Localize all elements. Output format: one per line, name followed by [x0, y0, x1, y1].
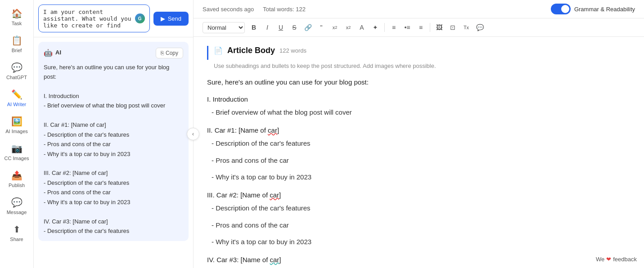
sidebar-item-task[interactable]: 🏠 Task	[2, 4, 32, 30]
format-select[interactable]: Normal Heading 1 Heading 2	[203, 22, 245, 33]
clear-format-button[interactable]: Tx	[460, 21, 473, 34]
robot-icon: 🤖	[44, 47, 53, 59]
section-car3: IV. Car #3: [Name of car] - Description …	[207, 254, 630, 268]
intro-paragraph: Sure, here's an outline you can use for …	[207, 76, 630, 88]
ordered-list-button[interactable]: ≡	[387, 21, 400, 34]
underline-button[interactable]: U	[275, 21, 287, 34]
section-introduction: I. Introduction - Brief overview of what…	[207, 94, 630, 118]
section-car1: II. Car #1: [Name of car] - Description …	[207, 125, 630, 183]
chat-input-wrapper: I am your content assistant. What would …	[38, 4, 150, 32]
ai-images-icon: 🖼️	[11, 116, 23, 127]
align-button[interactable]: ≡	[414, 21, 427, 34]
heart-icon: ❤	[606, 256, 611, 263]
collapse-panel-button[interactable]: ‹	[187, 128, 199, 140]
sidebar-item-cc-images[interactable]: 📷 CC Images	[2, 139, 32, 165]
subscript-button[interactable]: x2	[329, 21, 341, 34]
ai-message: 🤖 AI ⎘ Copy Sure, here's an outline you …	[38, 42, 189, 241]
article-body-header: 📄 Article Body 122 words	[207, 46, 630, 60]
copy-button[interactable]: ⎘ Copy	[156, 48, 183, 58]
sidebar-item-share[interactable]: ⬆ Share	[2, 220, 32, 246]
embed-button[interactable]: ⊡	[446, 21, 459, 34]
ai-header: 🤖 AI ⎘ Copy	[44, 47, 183, 59]
editor-text-body[interactable]: Sure, here's an outline you can use for …	[207, 76, 630, 268]
sidebar-item-label: CC Images	[4, 156, 29, 161]
chatgpt-icon: 💬	[11, 62, 23, 73]
send-arrow-icon: ▶	[161, 15, 165, 22]
sidebar-item-label: Message	[7, 210, 27, 215]
sidebar-item-message[interactable]: 💬 Message	[2, 193, 32, 219]
copy-icon: ⎘	[161, 50, 164, 56]
sidebar-item-chatgpt[interactable]: 💬 ChatGPT	[2, 58, 32, 84]
grammar-toggle-switch[interactable]	[551, 4, 571, 14]
gemini-icon: G	[135, 13, 145, 23]
strikethrough-button[interactable]: S	[288, 21, 301, 34]
sidebar-item-ai-images[interactable]: 🖼️ AI Images	[2, 112, 32, 138]
publish-icon: 📤	[11, 170, 23, 181]
sidebar-item-label: AI Writer	[7, 102, 27, 107]
car-underline-3: car	[270, 256, 279, 264]
car-underline-1: car	[268, 126, 277, 134]
article-body-title: Article Body	[227, 46, 275, 55]
toolbar-separator-1	[384, 23, 385, 32]
sidebar-item-label: AI Images	[5, 129, 28, 134]
comment-button[interactable]: 💬	[473, 21, 486, 34]
sidebar-item-label: Task	[12, 21, 22, 26]
sidebar-item-label: Publish	[9, 183, 25, 188]
chat-input[interactable]: I am your content assistant. What would …	[43, 9, 132, 28]
message-icon: 💬	[11, 197, 23, 208]
chat-panel: I am your content assistant. What would …	[34, 0, 194, 268]
word-count: Total words: 122	[263, 6, 306, 13]
quote-button[interactable]: "	[315, 21, 328, 34]
sidebar-item-publish[interactable]: 📤 Publish	[2, 166, 32, 192]
ai-label: 🤖 AI	[44, 47, 61, 59]
task-icon: 🏠	[11, 8, 23, 19]
brief-icon: 📋	[11, 35, 23, 46]
chat-input-area: I am your content assistant. What would …	[34, 0, 193, 37]
ai-writer-icon: ✏️	[11, 89, 23, 100]
ai-message-body: Sure, here's an outline you can use for …	[44, 63, 183, 236]
section-car2: III. Car #2: [Name of car] - Description…	[207, 189, 630, 248]
link-button[interactable]: 🔗	[302, 21, 314, 34]
unordered-list-button[interactable]: •≡	[401, 21, 414, 34]
bold-button[interactable]: B	[248, 21, 260, 34]
grammar-label: Grammar & Readability	[574, 6, 635, 13]
editor-toolbar: Normal Heading 1 Heading 2 B I U S 🔗 " x…	[194, 18, 644, 37]
feedback-prefix: We	[596, 256, 604, 263]
superscript-button[interactable]: x2	[342, 21, 355, 34]
grammar-toggle-area: Grammar & Readability	[551, 4, 635, 14]
cc-images-icon: 📷	[11, 143, 23, 154]
toolbar-separator-2	[430, 23, 430, 32]
text-color-button[interactable]: A	[356, 21, 368, 34]
editor-topbar: Saved seconds ago Total words: 122 Gramm…	[194, 0, 644, 18]
share-icon: ⬆	[13, 224, 21, 235]
article-hint: Use subheadings and bullets to keep the …	[207, 63, 630, 69]
car-underline-2: car	[270, 191, 279, 199]
editor-content[interactable]: 📄 Article Body 122 words Use subheadings…	[194, 37, 644, 268]
saved-status: Saved seconds ago	[203, 6, 254, 13]
image-button[interactable]: 🖼	[433, 21, 446, 34]
italic-button[interactable]: I	[261, 21, 274, 34]
sidebar: 🏠 Task 📋 Brief 💬 ChatGPT ✏️ AI Writer 🖼️…	[0, 0, 34, 268]
sidebar-item-brief[interactable]: 📋 Brief	[2, 31, 32, 57]
send-button[interactable]: ▶ Send	[153, 12, 189, 26]
chat-messages: 🤖 AI ⎘ Copy Sure, here's an outline you …	[34, 37, 193, 268]
highlight-button[interactable]: ✦	[369, 21, 382, 34]
sidebar-item-label: Brief	[12, 48, 22, 53]
document-icon: 📄	[214, 46, 223, 55]
sidebar-item-label: ChatGPT	[6, 75, 27, 80]
feedback-label: feedback	[613, 256, 637, 263]
chevron-left-icon: ‹	[192, 131, 194, 137]
editor-area: Saved seconds ago Total words: 122 Gramm…	[194, 0, 644, 268]
feedback-area[interactable]: We ❤ feedback	[596, 256, 637, 263]
sidebar-item-ai-writer[interactable]: ✏️ AI Writer	[2, 85, 32, 111]
sidebar-item-label: Share	[10, 237, 23, 242]
article-word-count: 122 words	[279, 47, 306, 54]
